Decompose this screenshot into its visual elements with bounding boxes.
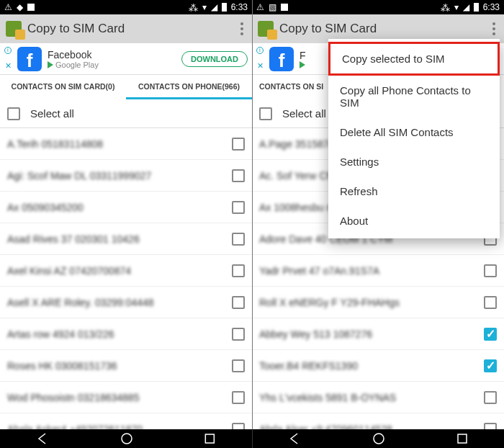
contact-checkbox[interactable] bbox=[484, 423, 497, 430]
contact-text: Axel Kinsi AZ 07420700874 bbox=[7, 265, 225, 277]
app-icon bbox=[6, 21, 22, 37]
contact-checkbox[interactable] bbox=[484, 391, 497, 404]
recent-button[interactable] bbox=[456, 433, 468, 444]
contact-row[interactable]: Asad Rives 37 020301 10426 bbox=[0, 223, 252, 255]
contact-checkbox[interactable] bbox=[232, 169, 245, 182]
ad-info-icon[interactable]: i bbox=[256, 47, 264, 54]
select-all-checkbox[interactable] bbox=[7, 107, 20, 120]
bluetooth-icon: ⁂ bbox=[189, 2, 198, 13]
contact-text: Wod Phosoistn 03218634885 bbox=[7, 392, 225, 403]
recent-button[interactable] bbox=[204, 433, 216, 444]
contact-row[interactable]: Tooer.B4 REKFS1390 bbox=[252, 350, 504, 382]
contact-text: Agi: Scof Maw DL 03311999027 bbox=[7, 170, 225, 182]
contact-row[interactable]: Abala Asker4 +492072611870 bbox=[0, 413, 252, 429]
contact-row[interactable]: Roll X eNERGy F Y29-FHAHgs bbox=[252, 287, 504, 318]
ad-close-icon[interactable]: ✕ bbox=[5, 61, 12, 71]
app-title: Copy to SIM Card bbox=[279, 22, 377, 36]
menu-item[interactable]: Refresh bbox=[328, 176, 500, 206]
select-all-checkbox[interactable] bbox=[259, 107, 272, 120]
bluetooth-icon: ⁂ bbox=[441, 2, 450, 13]
contact-text: Roses HK 03008151736 bbox=[7, 360, 225, 372]
contact-row[interactable]: Abbey Wey 513 1087276 bbox=[252, 318, 504, 350]
contact-row[interactable]: A.Terih 05183114808 bbox=[0, 128, 252, 160]
contact-row[interactable]: Ax 05090345200 bbox=[0, 192, 252, 223]
contact-row[interactable]: Roses HK 03008151736 bbox=[0, 350, 252, 382]
contact-checkbox[interactable] bbox=[232, 264, 245, 277]
contact-checkbox[interactable] bbox=[484, 359, 497, 372]
menu-item[interactable]: Settings bbox=[328, 147, 500, 176]
tab-phone-contacts[interactable]: CONTACTS ON PHONE(966) bbox=[126, 75, 252, 99]
contact-checkbox[interactable] bbox=[232, 391, 245, 404]
contact-checkbox[interactable] bbox=[232, 296, 245, 309]
status-bar: ⚠ ◆ ⁂ ▾ ◢ 6:33 bbox=[0, 0, 252, 14]
facebook-icon: f bbox=[269, 47, 294, 71]
overflow-menu-button[interactable] bbox=[238, 19, 246, 38]
contacts-list[interactable]: A.Terih 05183114808Agi: Scof Maw DL 0331… bbox=[0, 128, 252, 429]
square-icon bbox=[27, 4, 35, 11]
image-icon: ▧ bbox=[269, 2, 276, 12]
contact-row[interactable]: Abrla Alser +9:470960114528 bbox=[252, 413, 504, 429]
google-play-icon bbox=[48, 61, 53, 68]
app-bar: Copy to SIM Card bbox=[0, 14, 252, 43]
contact-row[interactable]: Wod Phosoistn 03218634885 bbox=[0, 382, 252, 413]
contact-checkbox[interactable] bbox=[232, 201, 245, 214]
download-button[interactable]: DOWNLOAD bbox=[181, 51, 248, 67]
ad-info-icon[interactable]: i bbox=[4, 47, 12, 54]
contact-text: Artas row 4924 013/226 bbox=[7, 328, 225, 340]
contact-checkbox[interactable] bbox=[232, 359, 245, 372]
svg-rect-1 bbox=[205, 434, 214, 443]
contact-text: Abbey Wey 513 1087276 bbox=[259, 328, 477, 340]
contact-checkbox[interactable] bbox=[484, 328, 497, 341]
screen-left: ⚠ ◆ ⁂ ▾ ◢ 6:33 Copy to SIM Card i ✕ bbox=[0, 0, 252, 429]
signal-icon: ◢ bbox=[211, 2, 217, 12]
contact-row[interactable]: Yhs L'vcekists 5891 B-OYNAS bbox=[252, 382, 504, 413]
contact-row[interactable]: Axel Kinsi AZ 07420700874 bbox=[0, 255, 252, 287]
contact-row[interactable]: Asell X ARE Roley. 03299:04448 bbox=[0, 287, 252, 318]
ad-banner[interactable]: i ✕ f Facebook Google Play DOWNLOAD bbox=[0, 43, 252, 75]
contact-text: A.Terih 05183114808 bbox=[7, 138, 225, 150]
select-all-label: Select all bbox=[282, 107, 326, 120]
status-time: 6:33 bbox=[231, 2, 248, 12]
contact-checkbox[interactable] bbox=[232, 233, 245, 246]
contact-checkbox[interactable] bbox=[484, 296, 497, 309]
tab-sim-contacts[interactable]: CONTACTS ON SIM CARD(0) bbox=[0, 75, 126, 99]
menu-item[interactable]: About bbox=[328, 206, 500, 236]
contact-row[interactable]: Yadr Prvet 47 o7An.91S7A bbox=[252, 255, 504, 287]
warning-icon: ⚠ bbox=[4, 2, 12, 12]
signal-icon: ◢ bbox=[463, 2, 469, 12]
ad-badge: i ✕ bbox=[256, 47, 264, 71]
home-button[interactable] bbox=[120, 432, 133, 445]
overflow-menu: Copy selected to SIMCopy all Phone Conta… bbox=[328, 39, 500, 238]
app-icon bbox=[258, 21, 274, 37]
ad-title: Facebook bbox=[48, 49, 176, 61]
contact-text: Abala Asker4 +492072611870 bbox=[7, 424, 225, 430]
contact-text: Roll X eNERGy F Y29-FHAHgs bbox=[259, 297, 477, 308]
overflow-menu-button[interactable] bbox=[490, 19, 498, 38]
status-bar: ⚠ ▧ ⁂ ▾ ◢ 6:33 bbox=[252, 0, 504, 14]
wifi-icon: ▾ bbox=[454, 2, 459, 12]
contact-row[interactable]: Artas row 4924 013/226 bbox=[0, 318, 252, 350]
wifi-icon: ▾ bbox=[202, 2, 207, 12]
menu-item[interactable]: Delete All SIM Contacts bbox=[328, 117, 500, 147]
contact-checkbox[interactable] bbox=[232, 423, 245, 430]
contact-checkbox[interactable] bbox=[484, 264, 497, 277]
menu-item[interactable]: Copy all Phone Contacts to SIM bbox=[328, 76, 500, 117]
battery-icon bbox=[474, 3, 479, 12]
svg-point-0 bbox=[122, 434, 132, 444]
contact-checkbox[interactable] bbox=[232, 328, 245, 341]
screen-divider bbox=[252, 0, 253, 429]
back-button[interactable] bbox=[36, 432, 49, 445]
ad-close-icon[interactable]: ✕ bbox=[257, 61, 264, 71]
contact-row[interactable]: Agi: Scof Maw DL 03311999027 bbox=[0, 160, 252, 192]
facebook-icon: f bbox=[17, 47, 42, 71]
android-nav-bar bbox=[0, 429, 504, 448]
select-all-row[interactable]: Select all bbox=[0, 99, 252, 128]
battery-icon bbox=[222, 3, 227, 12]
svg-rect-3 bbox=[458, 434, 467, 443]
contact-checkbox[interactable] bbox=[232, 138, 245, 151]
back-button[interactable] bbox=[288, 432, 301, 445]
menu-item[interactable]: Copy selected to SIM bbox=[328, 42, 500, 76]
contact-text: Tooer.B4 REKFS1390 bbox=[259, 360, 477, 372]
contact-text: Yhs L'vcekists 5891 B-OYNAS bbox=[259, 392, 477, 403]
home-button[interactable] bbox=[372, 432, 385, 445]
